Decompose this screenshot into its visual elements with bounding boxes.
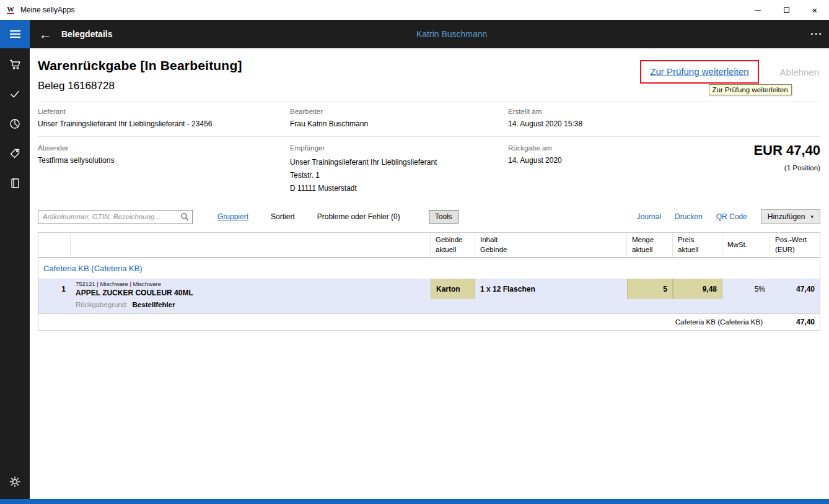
sidebar-item-journal[interactable] bbox=[0, 168, 30, 198]
field-label: Absender bbox=[38, 144, 290, 152]
reject-button[interactable]: Ablehnen bbox=[780, 67, 819, 77]
field-label: Erstellt am bbox=[508, 108, 820, 115]
document-actions: Zur Prüfung weiterleiten Zur Prüfung wei… bbox=[640, 60, 820, 84]
recipient-name: Unser Trainingslieferant Ihr Lieblingsli… bbox=[290, 156, 508, 169]
app-icon: W bbox=[6, 5, 15, 15]
bottom-accent-bar bbox=[0, 499, 829, 504]
group-header-link[interactable]: Cafeteria KB (Cafeteria KB) bbox=[38, 258, 820, 279]
col-gebinde: Gebinde aktuell bbox=[431, 233, 475, 257]
close-icon: × bbox=[812, 6, 818, 15]
field-value: Testfirma sellysolutions bbox=[38, 156, 290, 165]
window-titlebar: W Meine sellyApps × bbox=[0, 0, 829, 20]
qr-code-link[interactable]: QR Code bbox=[716, 212, 747, 221]
document-title-block: Warenrückgabe [In Bearbeitung] Beleg 161… bbox=[38, 58, 242, 92]
field-bearbeiter: Bearbeiter Frau Katrin Buschmann bbox=[290, 108, 508, 128]
maximize-icon bbox=[784, 7, 789, 13]
add-button-label: Hinzufügen bbox=[768, 212, 805, 221]
current-user[interactable]: Katrin Buschmann bbox=[416, 29, 487, 39]
info-row-2: Absender Testfirma sellysolutions Empfän… bbox=[38, 137, 820, 201]
add-button[interactable]: Hinzufügen ▾ bbox=[761, 209, 820, 224]
tools-button[interactable]: Tools bbox=[429, 210, 458, 224]
gear-icon bbox=[9, 476, 21, 488]
field-empfaenger: Empfänger Unser Trainingslieferant Ihr L… bbox=[290, 144, 508, 195]
shopping-cart-icon bbox=[9, 58, 21, 71]
recipient-street: Teststr. 1 bbox=[290, 169, 508, 182]
search-icon bbox=[180, 212, 189, 224]
pie-chart-icon bbox=[9, 118, 21, 130]
preis-cell[interactable]: 9,48 bbox=[673, 279, 722, 299]
field-lieferant: Lieferant Unser Trainingslieferant Ihr L… bbox=[38, 108, 290, 128]
sidebar-item-cart[interactable] bbox=[0, 50, 30, 79]
forward-button-tooltip: Zur Prüfung weiterleiten bbox=[709, 84, 792, 95]
field-label: Bearbeiter bbox=[290, 108, 508, 115]
article-name: APPEL ZUCKER COULEUR 40ML bbox=[76, 289, 193, 297]
sidebar-item-prices[interactable] bbox=[0, 139, 30, 168]
info-row-1: Lieferant Unser Trainingslieferant Ihr L… bbox=[38, 102, 820, 137]
back-arrow-icon: ← bbox=[39, 27, 52, 41]
more-button[interactable]: ··· bbox=[810, 28, 823, 40]
window-title: Meine sellyApps bbox=[20, 6, 74, 14]
table-row[interactable]: 1 752121 | Mischware | Mischware APPEL Z… bbox=[38, 279, 820, 299]
more-icon: ··· bbox=[810, 28, 823, 40]
search-input[interactable] bbox=[38, 210, 193, 224]
return-reason-row: Rückgabegrund: Bestellfehler bbox=[38, 299, 820, 313]
col-menge: Menge aktuell bbox=[627, 233, 673, 257]
sidebar-item-approvals[interactable] bbox=[0, 79, 30, 109]
document-header: Warenrückgabe [In Bearbeitung] Beleg 161… bbox=[38, 58, 820, 92]
table-header-row: Gebinde aktuell Inhalt Gebinde Menge akt… bbox=[38, 233, 820, 258]
window-controls: × bbox=[743, 0, 829, 20]
field-value: Unser Trainingslieferant Ihr Lieblingsli… bbox=[38, 119, 290, 128]
journal-book-icon bbox=[9, 177, 21, 189]
mwst-cell: 5% bbox=[722, 279, 770, 299]
article-meta: 752121 | Mischware | Mischware bbox=[76, 280, 161, 287]
sidebar-item-statistics[interactable] bbox=[0, 109, 30, 139]
group-summary-value: 47,40 bbox=[770, 318, 820, 326]
field-value: Frau Katrin Buschmann bbox=[290, 119, 508, 128]
row-position: 1 bbox=[38, 279, 71, 299]
back-button[interactable]: ← bbox=[39, 28, 52, 41]
print-link[interactable]: Drucken bbox=[675, 212, 703, 221]
search-box bbox=[38, 210, 193, 224]
gebinde-cell[interactable]: Karton bbox=[431, 279, 475, 299]
recipient-city: D 11111 Musterstadt bbox=[290, 182, 508, 195]
close-button[interactable]: × bbox=[800, 0, 829, 20]
document-title: Warenrückgabe [In Bearbeitung] bbox=[38, 58, 242, 73]
app-header: ← Belegdetails Katrin Buschmann ··· bbox=[0, 20, 829, 48]
hamburger-menu-button[interactable] bbox=[0, 20, 30, 48]
col-inhalt: Inhalt Gebinde bbox=[475, 233, 627, 257]
problems-filter[interactable]: Probleme oder Fehler (0) bbox=[317, 212, 400, 221]
position-count: (1 Position) bbox=[753, 164, 820, 172]
field-absender: Absender Testfirma sellysolutions bbox=[38, 144, 290, 195]
document-total: EUR 47,40 (1 Position) bbox=[753, 142, 820, 172]
return-reason-label: Rückgabegrund: bbox=[76, 301, 128, 308]
field-value: 14. August 2020 15:38 bbox=[508, 119, 820, 128]
document-number: Beleg 16168728 bbox=[38, 80, 242, 92]
row-article: 752121 | Mischware | Mischware APPEL ZUC… bbox=[71, 279, 431, 299]
sidebar-item-settings[interactable] bbox=[0, 467, 30, 497]
col-pos-wert: Pos.-Wert (EUR) bbox=[770, 233, 820, 257]
positions-table: Gebinde aktuell Inhalt Gebinde Menge akt… bbox=[38, 232, 820, 331]
col-pos bbox=[38, 233, 71, 257]
pos-wert-cell: 47,40 bbox=[770, 279, 820, 299]
col-article bbox=[71, 233, 431, 257]
checkmark-icon bbox=[9, 88, 21, 100]
col-preis: Preis aktuell bbox=[673, 233, 722, 257]
inhalt-cell: 1 x 12 Flaschen bbox=[475, 279, 627, 299]
minimize-icon bbox=[755, 10, 761, 11]
journal-link[interactable]: Journal bbox=[637, 212, 661, 221]
grouped-toggle[interactable]: Gruppiert bbox=[217, 212, 248, 221]
minimize-button[interactable] bbox=[743, 0, 772, 20]
maximize-button[interactable] bbox=[772, 0, 800, 20]
hamburger-icon bbox=[10, 30, 20, 38]
field-label: Lieferant bbox=[38, 108, 290, 115]
chevron-down-icon: ▾ bbox=[810, 214, 814, 220]
forward-for-review-button[interactable]: Zur Prüfung weiterleiten bbox=[650, 66, 748, 77]
price-tag-icon bbox=[9, 147, 21, 160]
field-label: Empfänger bbox=[290, 144, 508, 152]
sidebar bbox=[0, 48, 30, 499]
sorted-toggle[interactable]: Sortiert bbox=[271, 212, 295, 221]
forward-button-focus-frame: Zur Prüfung weiterleiten Zur Prüfung wei… bbox=[640, 60, 758, 84]
field-erstellt-am: Erstellt am 14. August 2020 15:38 bbox=[508, 108, 820, 128]
menge-cell[interactable]: 5 bbox=[627, 279, 673, 299]
main-content: Warenrückgabe [In Bearbeitung] Beleg 161… bbox=[30, 48, 829, 499]
